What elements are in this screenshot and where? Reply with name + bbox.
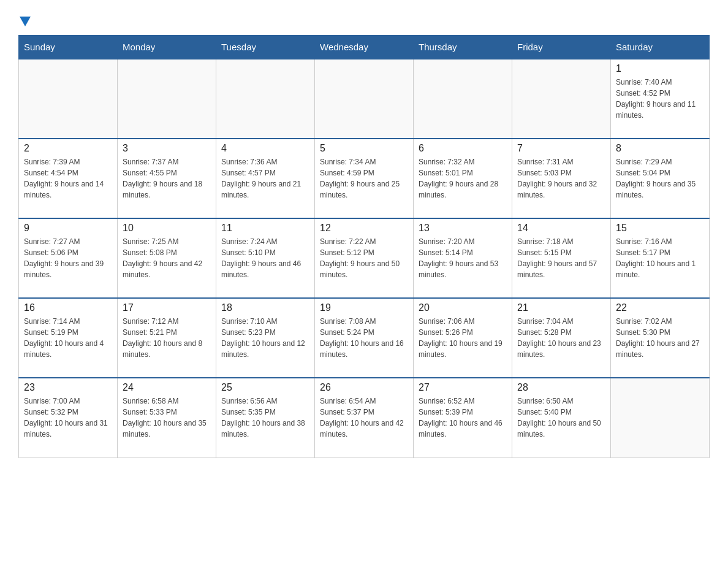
calendar-cell: 21Sunrise: 7:04 AMSunset: 5:28 PMDayligh… <box>512 298 611 378</box>
day-number: 12 <box>320 223 408 234</box>
day-info: Sunrise: 7:37 AMSunset: 4:55 PMDaylight:… <box>123 156 211 201</box>
weekday-header-thursday: Thursday <box>414 36 512 59</box>
day-number: 15 <box>616 223 704 234</box>
day-number: 24 <box>123 382 211 393</box>
calendar-cell: 10Sunrise: 7:25 AMSunset: 5:08 PMDayligh… <box>118 218 216 298</box>
day-number: 3 <box>123 143 211 154</box>
day-info: Sunrise: 6:58 AMSunset: 5:33 PMDaylight:… <box>123 396 211 440</box>
day-info: Sunrise: 7:02 AMSunset: 5:30 PMDaylight:… <box>616 316 704 360</box>
day-number: 11 <box>221 223 309 234</box>
day-number: 28 <box>517 382 605 393</box>
weekday-header-row: SundayMondayTuesdayWednesdayThursdayFrid… <box>19 36 710 59</box>
day-info: Sunrise: 7:14 AMSunset: 5:19 PMDaylight:… <box>24 316 112 360</box>
calendar-cell <box>611 378 710 458</box>
day-info: Sunrise: 7:08 AMSunset: 5:24 PMDaylight:… <box>320 316 408 360</box>
day-info: Sunrise: 7:36 AMSunset: 4:57 PMDaylight:… <box>221 156 309 201</box>
day-number: 21 <box>517 302 605 313</box>
calendar-cell: 22Sunrise: 7:02 AMSunset: 5:30 PMDayligh… <box>611 298 710 378</box>
calendar-cell: 27Sunrise: 6:52 AMSunset: 5:39 PMDayligh… <box>414 378 512 458</box>
day-number: 22 <box>616 302 704 313</box>
day-info: Sunrise: 7:27 AMSunset: 5:06 PMDaylight:… <box>24 236 112 280</box>
day-number: 1 <box>616 63 704 74</box>
day-number: 14 <box>517 223 605 234</box>
day-info: Sunrise: 6:54 AMSunset: 5:37 PMDaylight:… <box>320 396 408 440</box>
calendar-cell <box>512 59 611 139</box>
calendar-cell <box>19 59 118 139</box>
calendar-cell <box>315 59 414 139</box>
day-number: 7 <box>517 143 605 154</box>
calendar-table: SundayMondayTuesdayWednesdayThursdayFrid… <box>18 35 710 458</box>
weekday-header-saturday: Saturday <box>611 36 710 59</box>
day-info: Sunrise: 7:06 AMSunset: 5:26 PMDaylight:… <box>419 316 507 360</box>
week-row-5: 23Sunrise: 7:00 AMSunset: 5:32 PMDayligh… <box>19 378 710 458</box>
day-number: 2 <box>24 143 112 154</box>
week-row-2: 2Sunrise: 7:39 AMSunset: 4:54 PMDaylight… <box>19 139 710 218</box>
day-number: 27 <box>419 382 507 393</box>
calendar-cell: 14Sunrise: 7:18 AMSunset: 5:15 PMDayligh… <box>512 218 611 298</box>
day-number: 6 <box>419 143 507 154</box>
day-info: Sunrise: 7:16 AMSunset: 5:17 PMDaylight:… <box>616 236 704 280</box>
logo-arrow-icon <box>20 17 31 29</box>
calendar-cell: 25Sunrise: 6:56 AMSunset: 5:35 PMDayligh… <box>216 378 315 458</box>
calendar-cell: 28Sunrise: 6:50 AMSunset: 5:40 PMDayligh… <box>512 378 611 458</box>
day-info: Sunrise: 6:50 AMSunset: 5:40 PMDaylight:… <box>517 396 605 440</box>
weekday-header-monday: Monday <box>118 36 216 59</box>
day-info: Sunrise: 7:32 AMSunset: 5:01 PMDaylight:… <box>419 156 507 201</box>
calendar-cell: 24Sunrise: 6:58 AMSunset: 5:33 PMDayligh… <box>118 378 216 458</box>
day-info: Sunrise: 7:18 AMSunset: 5:15 PMDaylight:… <box>517 236 605 280</box>
calendar-cell <box>216 59 315 139</box>
day-number: 8 <box>616 143 704 154</box>
day-number: 9 <box>24 223 112 234</box>
day-info: Sunrise: 7:12 AMSunset: 5:21 PMDaylight:… <box>123 316 211 360</box>
calendar-cell: 8Sunrise: 7:29 AMSunset: 5:04 PMDaylight… <box>611 139 710 218</box>
page-header <box>18 12 710 29</box>
calendar-cell: 13Sunrise: 7:20 AMSunset: 5:14 PMDayligh… <box>414 218 512 298</box>
day-number: 10 <box>123 223 211 234</box>
day-info: Sunrise: 7:25 AMSunset: 5:08 PMDaylight:… <box>123 236 211 280</box>
svg-marker-0 <box>20 17 31 26</box>
calendar-cell: 26Sunrise: 6:54 AMSunset: 5:37 PMDayligh… <box>315 378 414 458</box>
calendar-cell: 20Sunrise: 7:06 AMSunset: 5:26 PMDayligh… <box>414 298 512 378</box>
calendar-cell: 17Sunrise: 7:12 AMSunset: 5:21 PMDayligh… <box>118 298 216 378</box>
calendar-cell: 5Sunrise: 7:34 AMSunset: 4:59 PMDaylight… <box>315 139 414 218</box>
calendar-cell: 18Sunrise: 7:10 AMSunset: 5:23 PMDayligh… <box>216 298 315 378</box>
day-info: Sunrise: 7:29 AMSunset: 5:04 PMDaylight:… <box>616 156 704 201</box>
week-row-3: 9Sunrise: 7:27 AMSunset: 5:06 PMDaylight… <box>19 218 710 298</box>
day-number: 5 <box>320 143 408 154</box>
day-number: 23 <box>24 382 112 393</box>
calendar-cell: 15Sunrise: 7:16 AMSunset: 5:17 PMDayligh… <box>611 218 710 298</box>
calendar-cell: 2Sunrise: 7:39 AMSunset: 4:54 PMDaylight… <box>19 139 118 218</box>
calendar-cell: 11Sunrise: 7:24 AMSunset: 5:10 PMDayligh… <box>216 218 315 298</box>
day-number: 4 <box>221 143 309 154</box>
day-info: Sunrise: 7:24 AMSunset: 5:10 PMDaylight:… <box>221 236 309 280</box>
day-number: 26 <box>320 382 408 393</box>
day-number: 25 <box>221 382 309 393</box>
weekday-header-wednesday: Wednesday <box>315 36 414 59</box>
weekday-header-sunday: Sunday <box>19 36 118 59</box>
day-info: Sunrise: 7:31 AMSunset: 5:03 PMDaylight:… <box>517 156 605 201</box>
calendar-cell: 3Sunrise: 7:37 AMSunset: 4:55 PMDaylight… <box>118 139 216 218</box>
calendar-cell: 12Sunrise: 7:22 AMSunset: 5:12 PMDayligh… <box>315 218 414 298</box>
calendar-cell <box>414 59 512 139</box>
day-number: 17 <box>123 302 211 313</box>
weekday-header-friday: Friday <box>512 36 611 59</box>
day-number: 13 <box>419 223 507 234</box>
weekday-header-tuesday: Tuesday <box>216 36 315 59</box>
calendar-cell: 19Sunrise: 7:08 AMSunset: 5:24 PMDayligh… <box>315 298 414 378</box>
calendar-cell: 7Sunrise: 7:31 AMSunset: 5:03 PMDaylight… <box>512 139 611 218</box>
day-info: Sunrise: 7:00 AMSunset: 5:32 PMDaylight:… <box>24 396 112 440</box>
calendar-cell: 16Sunrise: 7:14 AMSunset: 5:19 PMDayligh… <box>19 298 118 378</box>
calendar-cell: 9Sunrise: 7:27 AMSunset: 5:06 PMDaylight… <box>19 218 118 298</box>
day-number: 20 <box>419 302 507 313</box>
week-row-1: 1Sunrise: 7:40 AMSunset: 4:52 PMDaylight… <box>19 59 710 139</box>
calendar-cell: 23Sunrise: 7:00 AMSunset: 5:32 PMDayligh… <box>19 378 118 458</box>
day-number: 19 <box>320 302 408 313</box>
day-info: Sunrise: 7:04 AMSunset: 5:28 PMDaylight:… <box>517 316 605 360</box>
day-info: Sunrise: 7:34 AMSunset: 4:59 PMDaylight:… <box>320 156 408 201</box>
calendar-cell: 1Sunrise: 7:40 AMSunset: 4:52 PMDaylight… <box>611 59 710 139</box>
day-info: Sunrise: 6:56 AMSunset: 5:35 PMDaylight:… <box>221 396 309 440</box>
calendar-cell <box>118 59 216 139</box>
day-number: 16 <box>24 302 112 313</box>
calendar-cell: 6Sunrise: 7:32 AMSunset: 5:01 PMDaylight… <box>414 139 512 218</box>
day-info: Sunrise: 7:22 AMSunset: 5:12 PMDaylight:… <box>320 236 408 280</box>
